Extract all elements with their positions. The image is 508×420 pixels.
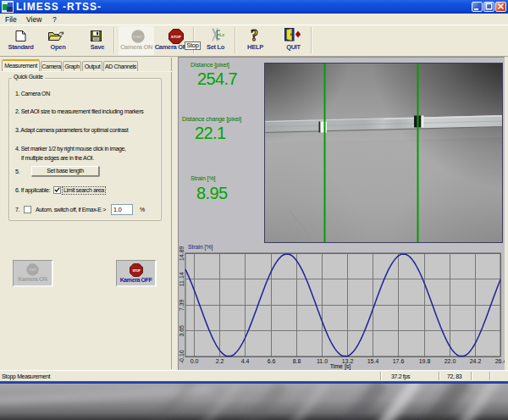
- svg-text:24.2: 24.2: [470, 358, 482, 364]
- svg-text:6.6: 6.6: [268, 358, 276, 364]
- svg-text:STOP: STOP: [171, 35, 181, 39]
- svg-text:11.0: 11.0: [317, 358, 328, 364]
- svg-text:START: START: [133, 36, 143, 39]
- svg-text:22.0: 22.0: [444, 358, 456, 364]
- svg-text:19.8: 19.8: [419, 358, 431, 364]
- svg-text:?: ?: [251, 28, 258, 42]
- svg-text:11.14: 11.14: [179, 272, 185, 286]
- svg-text:-0.10: -0.10: [179, 350, 185, 363]
- svg-text:3.65: 3.65: [179, 325, 185, 337]
- svg-text:4.4: 4.4: [241, 358, 250, 364]
- svg-text:15.4: 15.4: [367, 358, 379, 364]
- svg-text:26.4: 26.4: [495, 358, 505, 364]
- svg-text:Time [s]: Time [s]: [330, 363, 351, 370]
- svg-text:8.8: 8.8: [293, 358, 301, 364]
- svg-text:START: START: [29, 268, 37, 272]
- svg-text:Strain [%]: Strain [%]: [188, 244, 213, 251]
- svg-text:2.2: 2.2: [216, 358, 224, 364]
- svg-text:14.89: 14.89: [179, 246, 185, 261]
- svg-text:STOP: STOP: [132, 268, 141, 273]
- svg-text:Lo: Lo: [219, 32, 224, 37]
- svg-text:0.0: 0.0: [190, 358, 199, 364]
- svg-text:7.39: 7.39: [179, 299, 185, 311]
- svg-text:17.6: 17.6: [393, 358, 405, 364]
